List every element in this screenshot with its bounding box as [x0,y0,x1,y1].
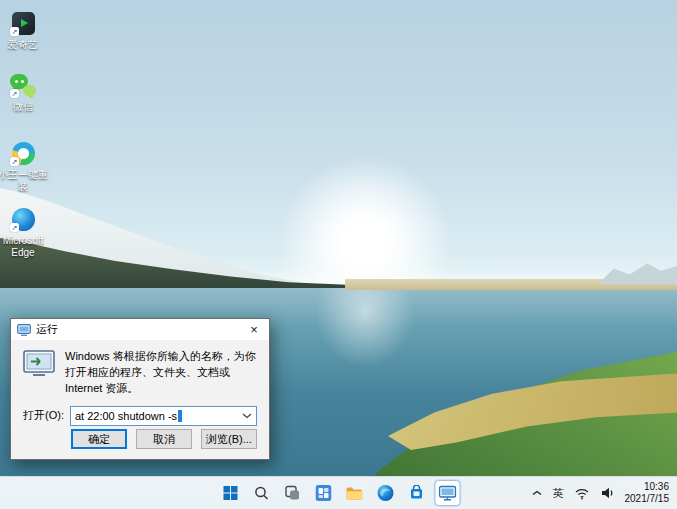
chevron-down-icon [242,413,252,419]
taskbar-tray: 英 10:36 2021/7/15 [529,477,674,509]
taskbar: 英 10:36 2021/7/15 [0,476,677,509]
wechat-eyes [15,80,18,83]
task-view-icon [284,485,300,501]
desktop-icon-wechat[interactable]: ↗ 微信 [0,72,51,113]
wechat-bubble-small [23,85,36,96]
cancel-button[interactable]: 取消 [136,429,192,449]
widgets-icon [315,485,331,501]
search-button[interactable] [248,480,274,506]
task-view-button[interactable] [279,480,305,506]
wechat-icon: ↗ [10,72,36,98]
desktop-icon-label: Microsoft Edge [0,235,51,259]
shortcut-arrow-icon: ↗ [10,223,19,232]
iqiyi-icon: ↗ [10,10,36,36]
chevron-up-icon [531,489,543,497]
desktop-icon-system-reinstall[interactable]: ↗ 小王一键重装 [0,140,51,193]
run-dialog-titlebar[interactable]: 运行 × [11,319,269,340]
play-icon [21,19,28,27]
desktop-icon-iqiyi[interactable]: ↗ 爱奇艺 [0,10,51,51]
open-label: 打开(O): [23,408,64,423]
desktop-icon-edge[interactable]: ↗ Microsoft Edge [0,206,51,259]
run-taskbar-button[interactable] [434,480,460,506]
run-dialog-title: 运行 [36,322,58,337]
close-icon: × [250,323,258,336]
folder-icon [345,485,363,501]
wifi-icon [574,486,590,500]
shortcut-arrow-icon: ↗ [10,27,19,36]
run-command-combobox[interactable]: at 22:00 shutdown -s [70,406,257,426]
combobox-dropdown-button[interactable] [240,407,254,425]
tray-time: 10:36 [644,481,669,494]
speaker-icon [600,486,615,500]
store-icon [408,485,424,501]
windows-logo-icon [222,485,238,501]
run-window-icon [438,485,456,501]
store-button[interactable] [403,480,429,506]
tray-date: 2021/7/15 [625,493,670,506]
clock[interactable]: 10:36 2021/7/15 [623,480,672,506]
edge-icon: ↗ [10,206,36,232]
volume-button[interactable] [598,480,617,506]
desktop-icon-label: 小王一键重装 [0,169,51,193]
file-explorer-button[interactable] [341,480,367,506]
run-dialog: 运行 × Windows 将根据你所输入的名称，为你打开相应的程序、文件夹、文档… [10,318,270,460]
widgets-button[interactable] [310,480,336,506]
tray-overflow-button[interactable] [529,480,545,506]
taskbar-center-icons [217,477,460,509]
shortcut-arrow-icon: ↗ [10,89,19,98]
edge-icon [376,484,394,502]
search-icon [253,485,269,501]
run-icon [23,349,55,377]
ime-indicator[interactable]: 英 [551,480,566,506]
desktop: ↗ 爱奇艺 ↗ 微信 ↗ 小王一键重装 ↗ Microsoft Edge [0,0,677,509]
network-button[interactable] [572,480,592,506]
wallpaper-sun-reflection [315,288,415,368]
ok-button[interactable]: 确定 [71,429,127,449]
desktop-icon-label: 爱奇艺 [8,39,38,51]
start-button[interactable] [217,480,243,506]
run-description: Windows 将根据你所输入的名称，为你打开相应的程序、文件夹、文档或 Int… [65,349,257,397]
text-caret [178,410,182,422]
desktop-icon-label: 微信 [13,101,33,113]
browse-button[interactable]: 浏览(B)... [201,429,257,449]
run-dialog-body: Windows 将根据你所输入的名称，为你打开相应的程序、文件夹、文档或 Int… [11,340,269,459]
shortcut-arrow-icon: ↗ [10,157,19,166]
run-command-value: at 22:00 shutdown -s [75,410,177,422]
edge-button[interactable] [372,480,398,506]
system-reinstall-icon: ↗ [10,140,36,166]
run-dialog-icon [17,324,31,336]
close-button[interactable]: × [239,319,269,340]
